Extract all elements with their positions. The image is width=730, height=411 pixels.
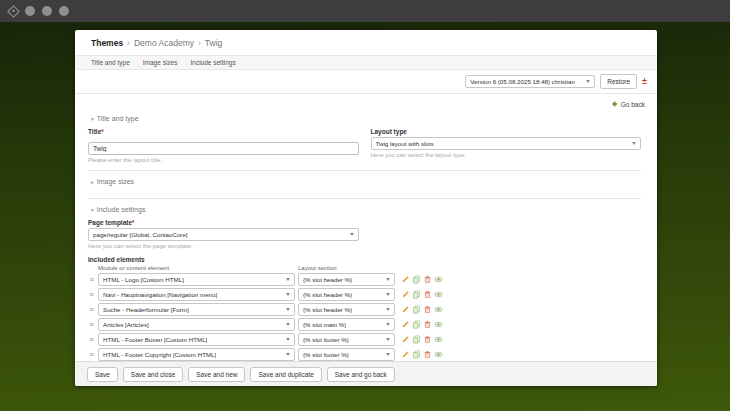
edit-icon[interactable]: [401, 275, 410, 284]
chevron-down-icon: [350, 233, 354, 236]
delete-icon[interactable]: [423, 320, 432, 329]
breadcrumb-page: Twig: [205, 38, 222, 48]
save-and-new-button[interactable]: Save and new: [188, 367, 245, 382]
title-input[interactable]: [88, 142, 359, 155]
version-select[interactable]: Version 6 (05.08.2025 18:48) christian: [465, 75, 595, 88]
layout-type-value: Twig layout with slots: [376, 140, 434, 147]
collapse-open-icon: ▾: [91, 207, 94, 213]
module-select[interactable]: HTML - Logo [Custom HTML]: [98, 273, 295, 286]
breadcrumb-themes[interactable]: Themes: [91, 38, 123, 48]
legend-include-settings[interactable]: ▾ Include settings: [88, 199, 641, 219]
duplicate-icon[interactable]: [412, 305, 421, 314]
chevron-down-icon: [286, 278, 290, 281]
delete-icon[interactable]: [423, 275, 432, 284]
save-button[interactable]: Save: [87, 367, 118, 382]
title-label: Title*: [88, 128, 359, 135]
layout-type-field-group: Layout type Twig layout with slots Here …: [371, 128, 642, 163]
layout-section-select[interactable]: {% slot footer %}: [298, 348, 395, 361]
version-bar: Version 6 (05.08.2025 18:48) christian R…: [75, 70, 657, 94]
tab-include-settings[interactable]: Include settings: [190, 59, 235, 66]
breadcrumb-theme[interactable]: Demo Academy: [134, 38, 194, 48]
chevron-down-icon: [286, 338, 290, 341]
page-template-value: page/regular [Global, ContaoCore]: [93, 231, 188, 238]
browser-chrome-bar: [0, 0, 730, 22]
delete-icon[interactable]: [423, 335, 432, 344]
layout-type-label: Layout type: [371, 128, 642, 135]
tab-title-and-type[interactable]: Title and type: [91, 59, 130, 66]
collapse-open-icon: ▾: [91, 116, 94, 122]
restore-button[interactable]: Restore: [600, 74, 637, 89]
duplicate-icon[interactable]: [412, 275, 421, 284]
chevron-down-icon: [286, 293, 290, 296]
title-field-group: Title* Please enter the layout title.: [88, 128, 359, 163]
backend-panel: Themes › Demo Academy › Twig Title and t…: [75, 30, 657, 386]
edit-icon[interactable]: [401, 305, 410, 314]
contao-diamond-icon: [7, 5, 20, 18]
drag-handle-icon[interactable]: ≡: [88, 276, 95, 283]
column-layout-section: Layout section: [298, 265, 337, 271]
drag-handle-icon[interactable]: ≡: [88, 291, 95, 298]
go-back-arrow-icon: [610, 100, 618, 108]
layout-type-select[interactable]: Twig layout with slots: [371, 137, 642, 150]
show-icon[interactable]: [434, 320, 443, 329]
legend-label: Title and type: [97, 115, 139, 122]
show-icon[interactable]: [434, 335, 443, 344]
chevron-down-icon: [386, 308, 390, 311]
page-template-select[interactable]: page/regular [Global, ContaoCore]: [88, 228, 359, 241]
chevron-down-icon: [386, 338, 390, 341]
duplicate-icon[interactable]: [412, 320, 421, 329]
drag-handle-icon[interactable]: ≡: [88, 336, 95, 343]
save-and-go-back-button[interactable]: Save and go back: [327, 367, 395, 382]
legend-label: Image sizes: [97, 178, 134, 185]
included-elements-column-headers: Module or content element Layout section: [98, 265, 641, 271]
delete-icon[interactable]: [423, 290, 432, 299]
included-element-row: ≡ HTML - Footer Copyright [Custom HTML] …: [88, 348, 641, 361]
layout-type-help: Here you can select the layout type.: [371, 152, 642, 158]
drag-handle-icon[interactable]: ≡: [88, 321, 95, 328]
tab-image-sizes[interactable]: Image sizes: [143, 59, 178, 66]
module-select[interactable]: Suche - Headerformular [Form]: [98, 303, 295, 316]
fieldset-include-settings: ▾ Include settings Page template* page/r…: [88, 198, 641, 376]
duplicate-icon[interactable]: [412, 335, 421, 344]
duplicate-icon[interactable]: [412, 350, 421, 359]
page-template-label: Page template*: [88, 219, 359, 226]
layout-section-select[interactable]: {% slot header %}: [298, 288, 395, 301]
edit-icon[interactable]: [401, 335, 410, 344]
layout-section-select[interactable]: {% slot header %}: [298, 303, 395, 316]
show-icon[interactable]: [434, 290, 443, 299]
fieldset-image-sizes: ▸ Image sizes: [88, 170, 641, 198]
save-and-duplicate-button[interactable]: Save and duplicate: [250, 367, 321, 382]
edit-icon[interactable]: [401, 350, 410, 359]
chevron-down-icon: [286, 308, 290, 311]
page-template-help: Here you can select the page template.: [88, 243, 359, 249]
delete-icon[interactable]: [423, 350, 432, 359]
chevron-down-icon: [386, 278, 390, 281]
show-differences-icon[interactable]: ±: [642, 77, 647, 86]
module-select[interactable]: HTML - Footer Copyright [Custom HTML]: [98, 348, 295, 361]
go-back-link[interactable]: Go back: [621, 101, 645, 108]
edit-icon-disabled: [401, 320, 410, 329]
show-icon[interactable]: [434, 350, 443, 359]
legend-label: Include settings: [97, 206, 146, 213]
included-elements-label: Included elements: [88, 256, 641, 263]
save-and-close-button[interactable]: Save and close: [123, 367, 183, 382]
fieldset-title-and-type: ▾ Title and type Title* Please enter the…: [88, 108, 641, 170]
layout-section-select[interactable]: {% slot main %}: [298, 318, 395, 331]
included-element-row: ≡ HTML - Footer Boxen [Custom HTML] {% s…: [88, 333, 641, 346]
module-select[interactable]: Articles [Articles]: [98, 318, 295, 331]
module-select[interactable]: HTML - Footer Boxen [Custom HTML]: [98, 333, 295, 346]
duplicate-icon[interactable]: [412, 290, 421, 299]
module-select[interactable]: Navi - Hauptnavigation [Navigation menu]: [98, 288, 295, 301]
delete-icon[interactable]: [423, 305, 432, 314]
show-icon[interactable]: [434, 305, 443, 314]
legend-image-sizes[interactable]: ▸ Image sizes: [88, 171, 641, 191]
layout-section-select[interactable]: {% slot footer %}: [298, 333, 395, 346]
layout-section-select[interactable]: {% slot header %}: [298, 273, 395, 286]
edit-icon[interactable]: [401, 290, 410, 299]
show-icon[interactable]: [434, 275, 443, 284]
legend-title-and-type[interactable]: ▾ Title and type: [88, 108, 641, 128]
breadcrumb-separator: ›: [127, 38, 130, 48]
drag-handle-icon[interactable]: ≡: [88, 351, 95, 358]
included-element-row: ≡ Suche - Headerformular [Form] {% slot …: [88, 303, 641, 316]
drag-handle-icon[interactable]: ≡: [88, 306, 95, 313]
